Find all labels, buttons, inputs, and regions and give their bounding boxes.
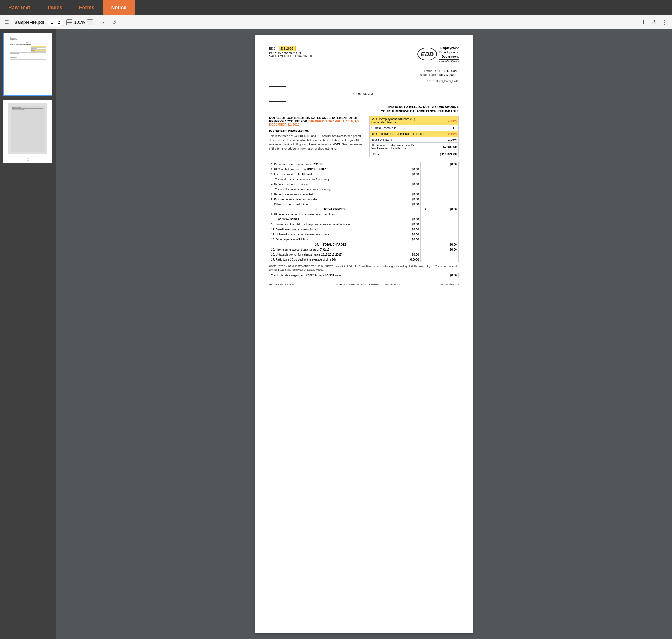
page-thumbnail-1[interactable]: EDDPO BOX 826880SACRAMENTO CA EDD CA 902… <box>3 33 52 96</box>
page-thumb-label-2: 2 <box>27 156 29 162</box>
sidebar: EDDPO BOX 826880SACRAMENTO CA EDD CA 902… <box>0 29 56 639</box>
contrib-col3-14: $0.00 <box>430 242 459 247</box>
rate-label-sdi: Your SDI Rate is <box>370 137 435 143</box>
contrib-label-1: 1. Previous reserve balance as of 7/31/1… <box>269 162 392 167</box>
contrib-col2-13: $0.00 <box>392 237 421 242</box>
contrib-row-2: 2. UI Contributions paid from 8/1/17 to … <box>269 167 459 172</box>
rate-row-sdi: Your SDI Rate is 1.00% <box>370 137 459 143</box>
contrib-label-2: 2. UI Contributions paid from 8/1/17 to … <box>269 167 392 172</box>
contrib-label-17: 17. Ratio (Line 15 divided by the averag… <box>269 257 392 262</box>
page-divider <box>55 20 56 25</box>
toolbar-right: ⬇ 🖨 ⋮ <box>640 19 668 25</box>
rate-row-ui: Your Unemployment Insurance (UI)Contribu… <box>370 116 459 125</box>
contrib-row-10: 10. Increase in the total of all negativ… <box>269 222 459 227</box>
contrib-col2-6: $0.00 <box>392 197 421 202</box>
download-icon[interactable]: ⬇ <box>640 19 646 25</box>
doc-header: EDD DE 2088 PO BOX 826880 MIC 4 SACRAMEN… <box>269 46 459 63</box>
contrib-col2-16: $0.00 <box>392 252 421 257</box>
contrib-col2-11: $0.00 <box>392 227 421 232</box>
rate-val-schedule: F+ <box>435 125 458 131</box>
contrib-label-12: 12. UI benefits not charged to reserve a… <box>269 232 392 237</box>
contrib-label-14: 14. TOTAL CHARGES <box>269 242 392 247</box>
contrib-row-14: 14. TOTAL CHARGES - $0.00 <box>269 242 459 247</box>
rate-label-ett: Your Employment Training Tax (ETT) rate … <box>370 131 435 137</box>
print-icon[interactable]: 🖨 <box>651 19 657 25</box>
contrib-row-1: 1. Previous reserve balance as of 7/31/1… <box>269 162 459 167</box>
rate-label-sdi-limit: SDI is <box>370 151 435 157</box>
rate-val-ett: 0.10% <box>435 131 458 137</box>
important-text: This is the notice of your UI, ETT, and … <box>269 134 364 151</box>
contrib-row-17: 17. Ratio (Line 15 divided by the averag… <box>269 257 459 262</box>
doc-page: EDD DE 2088 PO BOX 826880 MIC 4 SACRAMEN… <box>255 35 473 634</box>
taxable-wages-value: $0.00 <box>450 274 457 277</box>
important-title: IMPORTANT INFORMATION <box>269 129 364 133</box>
contrib-label-16: 16. UI taxable payroll for calendar year… <box>269 252 392 257</box>
page-nav: 1 2 <box>48 19 63 26</box>
contrib-row-12: 12. UI benefits not charged to reserve a… <box>269 232 459 237</box>
tab-forms[interactable]: Forms <box>71 0 103 15</box>
contrib-label-6: 6. Positive reserve balances cancelled <box>269 197 392 202</box>
rate-val-wage-limit: $7,000.00 <box>435 143 458 151</box>
zoom-control: — 100% + <box>66 19 93 25</box>
toolbar: ☰ SampleFile.pdf 1 2 — 100% + ⊡ ↺ ⬇ 🖨 ⋮ <box>0 15 672 29</box>
contrib-label-8: 8. TOTAL CREDITS <box>269 207 392 212</box>
contrib-col2-7: $0.00 <box>392 202 421 207</box>
contrib-col3-1: $0.00 <box>430 162 459 167</box>
contrib-op-14: - <box>421 242 430 247</box>
contrib-row-8: 8. TOTAL CREDITS + $0.00 <box>269 207 459 212</box>
toolbar-view-icons: ⊡ ↺ <box>101 19 117 25</box>
divider-line-top <box>269 86 286 87</box>
edd-logo-svg: EDD <box>417 47 437 61</box>
tab-tables[interactable]: Tables <box>39 0 71 15</box>
letter-info-table: Letter ID: L1884606048 Issued Date: May … <box>419 68 459 77</box>
contrib-label-10: 10. Increase in the total of all negativ… <box>269 222 392 227</box>
bill-notice: THIS IS NOT A BILL, DO NOT PAY THIS AMOU… <box>269 105 459 108</box>
important-section: IMPORTANT INFORMATION This is the notice… <box>269 129 364 151</box>
contrib-col2-3: $0.00 <box>392 172 421 177</box>
menu-icon[interactable]: ☰ <box>4 19 9 25</box>
contrib-col2-12: $0.00 <box>392 232 421 237</box>
contrib-label-3a: (for positive reserve account employers … <box>269 177 392 182</box>
more-options-icon[interactable]: ⋮ <box>661 19 668 25</box>
rate-row-wage-limit: The Annual Taxable Wage Limit PerEmploye… <box>370 143 459 151</box>
page-thumbnail-2[interactable]: Additional Information Lorem ipsum docum… <box>3 100 52 163</box>
contrib-label-3: 3. Interest earned by the UI Fund <box>269 172 392 177</box>
page-total: 2 <box>58 20 60 25</box>
sender-info: EDD DE 2088 PO BOX 826880 MIC 4 SACRAMEN… <box>269 46 314 58</box>
right-col: Your Unemployment Insurance (UI)Contribu… <box>369 116 459 157</box>
reserve-notice: YOUR UI RESERVE BALANCE IS NON-REFUNDABL… <box>269 110 459 113</box>
contrib-row-9b: 7/1/17 to 6/30/18 $0.00 <box>269 217 459 222</box>
sender-address2: SACRAMENTO, CA 94280-0001 <box>269 54 314 58</box>
rotate-icon[interactable]: ↺ <box>111 19 117 25</box>
contrib-row-7: 7. Other income to the UI Fund $0.00 <box>269 202 459 207</box>
logo-text: Employment Development Department <box>439 46 459 59</box>
rate-table: Your Unemployment Insurance (UI)Contribu… <box>369 116 459 157</box>
issued-date-label: Issued Date: <box>419 73 439 76</box>
contrib-row-16: 16. UI taxable payroll for calendar year… <box>269 252 459 257</box>
contrib-col3-8: $0.00 <box>430 207 459 212</box>
two-col-section: NOTICE OF CONTRIBUTION RATES AND STATEME… <box>269 116 459 157</box>
contrib-label-15: 15. New reserve account balance as of 7/… <box>269 247 392 252</box>
contrib-label-4a: (for negative reserve account employers … <box>269 187 392 192</box>
contrib-label-7: 7. Other income to the UI Fund <box>269 202 392 207</box>
rate-row-sdi-limit: SDI is $118,371.00 <box>370 151 459 157</box>
notice-title: NOTICE OF CONTRIBUTION RATES AND STATEME… <box>269 116 364 126</box>
contrib-col2-17: 0.0000 <box>392 257 421 262</box>
contrib-col2-9b: $0.00 <box>392 217 421 222</box>
left-col: NOTICE OF CONTRIBUTION RATES AND STATEME… <box>269 116 364 157</box>
tab-raw-text[interactable]: Raw Text <box>0 0 39 15</box>
computation-text: COMPUTATION OF SHARED CREDITS AND CHARGE… <box>269 264 459 271</box>
rate-label-schedule: UI Rate Schedule is <box>370 125 435 131</box>
contrib-row-15: 15. New reserve account balance as of 7/… <box>269 247 459 252</box>
main-layout: EDDPO BOX 826880SACRAMENTO CA EDD CA 902… <box>0 29 672 639</box>
contrib-col2-5: $0.00 <box>392 192 421 197</box>
contrib-row-9: 9. UI benefits charged to your reserve a… <box>269 212 459 217</box>
zoom-out-button[interactable]: — <box>66 19 73 25</box>
rate-row-ett: Your Employment Training Tax (ETT) rate … <box>370 131 459 137</box>
contrib-label-5: 5. Benefit overpayments collected <box>269 192 392 197</box>
fit-page-icon[interactable]: ⊡ <box>101 19 107 25</box>
letter-id-value: L1884606048 <box>440 69 458 73</box>
zoom-in-button[interactable]: + <box>87 19 93 25</box>
tab-notice[interactable]: Notice <box>103 0 135 15</box>
sender-address1: PO BOX 826880 MIC 4 <box>269 51 314 54</box>
